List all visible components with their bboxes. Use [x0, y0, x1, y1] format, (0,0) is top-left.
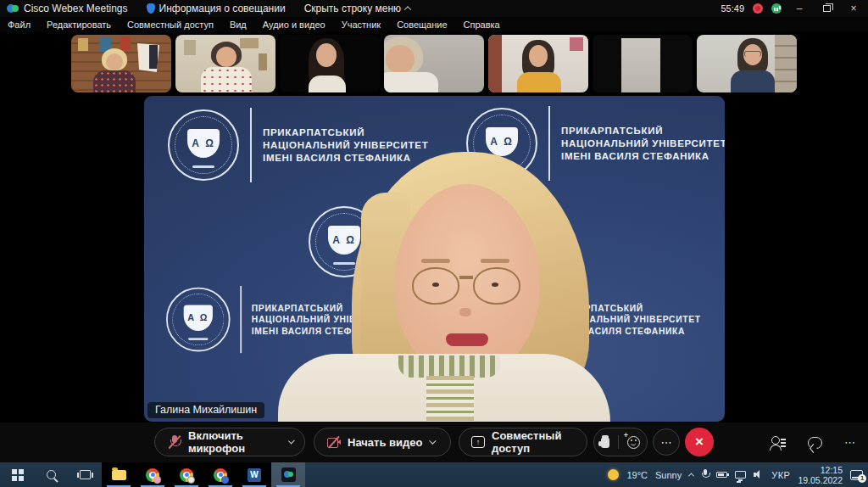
tray-battery-icon[interactable]	[716, 472, 727, 478]
connection-quality-icon[interactable]	[771, 3, 782, 14]
chevron-down-icon[interactable]	[430, 437, 437, 444]
taskbar-clock[interactable]: 12:15 19.05.2022	[798, 465, 843, 485]
task-view-button[interactable]	[68, 462, 102, 487]
tray-volume-icon[interactable]	[754, 470, 764, 479]
participant-video-3[interactable]	[280, 35, 380, 92]
action-center-icon[interactable]: 1	[850, 470, 863, 480]
system-tray: 19°C Sunny УКР 12:15 19.05.2022 1	[608, 465, 868, 485]
meeting-info-label: Информация о совещании	[159, 3, 286, 14]
minimize-button[interactable]: –	[790, 1, 809, 16]
menu-file[interactable]: Файл	[8, 20, 31, 30]
word-button[interactable]: W	[237, 462, 271, 487]
participant-video-6[interactable]	[593, 35, 693, 92]
menu-share[interactable]: Совместный доступ	[127, 20, 214, 30]
unmute-button[interactable]: Включить микрофон	[154, 428, 305, 456]
webex-app-button[interactable]	[271, 462, 305, 487]
raise-hand-icon[interactable]	[601, 437, 609, 448]
start-button[interactable]	[0, 462, 34, 487]
meeting-timer: 55:49	[721, 3, 744, 14]
participants-panel-icon[interactable]	[771, 436, 786, 450]
keyboard-language[interactable]: УКР	[771, 470, 790, 480]
more-panels-icon[interactable]: ⋯	[844, 436, 856, 449]
background-decor	[775, 35, 797, 92]
video-stage: Α Ω ПРИКАРПАТСЬКИЙ НАЦІОНАЛЬНИЙ УНІВЕРСИ…	[0, 95, 868, 423]
background-decor	[240, 38, 259, 48]
participant-figure	[316, 43, 337, 67]
search-button[interactable]	[34, 462, 68, 487]
menu-view[interactable]: Вид	[230, 20, 247, 30]
mic-muted-icon	[167, 434, 181, 450]
divider	[618, 435, 619, 449]
chrome-icon	[146, 468, 159, 482]
app-title: Cisco Webex Meetings	[24, 3, 128, 14]
background-decor	[621, 38, 660, 92]
weather-sun-icon[interactable]	[608, 469, 619, 480]
profile-badge	[187, 476, 195, 484]
chat-panel-icon[interactable]	[808, 437, 822, 449]
menu-meeting[interactable]: Совещание	[397, 20, 447, 30]
clock-time: 12:15	[821, 465, 843, 475]
folder-icon	[112, 470, 126, 480]
participant-figure	[309, 76, 346, 92]
participant-video-2[interactable]	[175, 35, 275, 92]
windows-logo-icon	[12, 469, 17, 474]
alpha-omega-emblem: Α Ω	[184, 305, 213, 331]
chevron-up-icon	[404, 6, 411, 13]
weather-temp[interactable]: 19°C	[626, 470, 648, 480]
close-button[interactable]: ×	[844, 1, 863, 16]
background-decor	[184, 40, 196, 55]
shield-info-icon	[147, 3, 155, 14]
more-options-button[interactable]: ⋯	[653, 428, 680, 456]
share-label: Совместный доступ	[492, 429, 575, 455]
profile-badge	[221, 476, 229, 484]
restore-icon	[823, 5, 831, 12]
title-bar: Cisco Webex Meetings Информация о совеща…	[0, 0, 868, 17]
reactions-icon[interactable]	[627, 436, 640, 449]
menu-audio-video[interactable]: Аудио и видео	[263, 20, 326, 30]
divider	[250, 108, 252, 182]
word-icon: W	[248, 468, 261, 482]
chrome-profile3-button[interactable]	[203, 462, 237, 487]
menu-bar: Файл Редактировать Совместный доступ Вид…	[0, 17, 868, 32]
tray-network-icon[interactable]	[735, 471, 746, 479]
hide-menubar-button[interactable]: Скрыть строку меню	[304, 3, 410, 14]
tray-expand-icon[interactable]	[688, 473, 694, 479]
participant-video-4[interactable]	[384, 35, 484, 92]
start-video-button[interactable]: Начать видео	[314, 428, 451, 456]
participant-video-1[interactable]	[71, 35, 171, 92]
participant-video-5[interactable]	[488, 35, 588, 92]
menu-edit[interactable]: Редактировать	[47, 20, 111, 30]
speaker-blouse	[398, 355, 500, 378]
participant-video-7[interactable]	[697, 35, 797, 92]
meeting-info-button[interactable]: Информация о совещании	[147, 3, 286, 14]
share-content-button[interactable]: ↑ Совместный доступ	[459, 428, 587, 456]
active-speaker-video[interactable]: Α Ω ПРИКАРПАТСЬКИЙ НАЦІОНАЛЬНИЙ УНІВЕРСИ…	[144, 96, 725, 422]
chevron-down-icon[interactable]	[288, 438, 295, 445]
maximize-button[interactable]	[817, 1, 836, 16]
webex-app-icon	[281, 467, 296, 482]
flag-decor	[137, 43, 159, 72]
alpha-omega-emblem: Α Ω	[187, 129, 220, 158]
participant-figure	[386, 45, 415, 74]
recording-indicator-icon[interactable]	[753, 3, 763, 14]
plus-icon: +	[624, 431, 628, 439]
chrome-profile1-button[interactable]	[136, 462, 170, 487]
file-explorer-button[interactable]	[102, 462, 136, 487]
weather-condition[interactable]: Sunny	[655, 470, 682, 480]
participant-figure	[93, 70, 136, 92]
chrome-profile2-button[interactable]	[170, 462, 203, 487]
tray-microphone-icon[interactable]	[701, 469, 709, 480]
profile-badge	[153, 476, 161, 484]
menu-participant[interactable]: Участник	[342, 20, 381, 30]
menu-help[interactable]: Справка	[464, 20, 500, 30]
webex-window: Cisco Webex Meetings Информация о совеща…	[0, 0, 868, 487]
university-seal-icon: Α Ω	[166, 288, 231, 352]
participant-figure	[216, 47, 236, 67]
leave-meeting-button[interactable]: ×	[685, 428, 714, 456]
panel-toggles: ⋯	[771, 423, 856, 462]
background-decor	[488, 35, 502, 92]
app-title-group: Cisco Webex Meetings	[0, 3, 128, 14]
start-video-label: Начать видео	[348, 436, 422, 449]
background-decor	[570, 37, 583, 51]
participant-figure	[517, 72, 561, 92]
